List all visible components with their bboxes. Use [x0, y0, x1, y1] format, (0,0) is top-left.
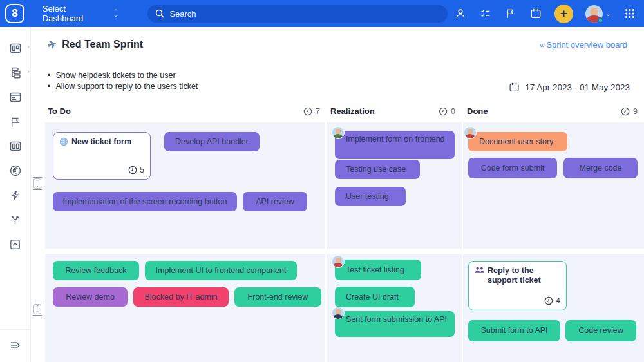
card[interactable]: Document user story — [468, 132, 567, 151]
card[interactable]: Create UI draft — [335, 287, 415, 307]
chevron-down-icon: ⌄ — [605, 10, 611, 18]
user-menu[interactable]: ⌄ — [585, 5, 611, 23]
page-header: ✈ Red Team Sprint « Sprint overview boar… — [31, 27, 644, 62]
tasks-checklist-icon[interactable] — [479, 7, 492, 20]
card[interactable]: Front-end review — [234, 287, 321, 307]
card[interactable]: Testing use case — [335, 160, 420, 179]
card[interactable]: Sent form submission to API — [335, 311, 455, 337]
column-headers: To Do 7 Realization 0 Done 9 — [31, 100, 644, 122]
column-hours-badge: 0 — [439, 107, 455, 116]
flag-icon[interactable] — [504, 7, 517, 20]
top-bar: 8 Select Dashboard ⌃⌄ + ⌄ — [0, 0, 644, 27]
card[interactable]: Merge code — [564, 158, 638, 178]
left-sidebar: › › — [0, 27, 31, 362]
sprint-overview-link[interactable]: « Sprint overview board — [539, 40, 627, 50]
sprint-plane-icon: ✈ — [46, 37, 59, 52]
expand-chevron-icon: › — [28, 44, 30, 50]
sidebar-item-browser-window[interactable] — [3, 85, 28, 110]
assignee-avatar — [332, 307, 345, 319]
lane1-collapse-toggle[interactable]: ⌃⌄ — [32, 177, 43, 191]
card[interactable]: Submit form to API — [468, 320, 560, 341]
column-header-realization: Realization 0 — [325, 100, 462, 122]
sidebar-collapse[interactable] — [0, 329, 30, 362]
card-hours-badge: 5 — [128, 166, 144, 175]
card[interactable]: Test ticket listing — [335, 260, 421, 280]
card[interactable]: Implement form on frontend — [335, 131, 455, 159]
search-icon — [155, 9, 164, 18]
card[interactable]: Implement UI to frontend component — [145, 261, 297, 280]
column-header-done: Done 9 — [462, 100, 644, 122]
sprint-meta: Show helpdesk tickets to the user Allow … — [31, 62, 644, 100]
sprint-date-range: 17 Apr 2023 - 01 May 2023 — [509, 74, 630, 100]
card[interactable]: User testing — [335, 187, 406, 206]
search-bar[interactable] — [147, 5, 447, 23]
dashboard-selector[interactable]: Select Dashboard ⌃⌄ — [43, 4, 118, 23]
apps-grid-icon[interactable] — [623, 7, 636, 20]
lane2-collapse-toggle[interactable]: ⌃⌄ — [32, 303, 43, 317]
card[interactable]: Review feedback — [53, 261, 139, 280]
card[interactable]: Code review — [565, 320, 636, 341]
main-content: ✈ Red Team Sprint « Sprint overview boar… — [31, 27, 644, 362]
column-hours-badge: 9 — [621, 107, 638, 116]
sidebar-item-flag[interactable] — [3, 110, 28, 134]
people-icon — [475, 266, 484, 285]
sidebar-item-structure[interactable]: › — [3, 61, 28, 85]
task-card-new-ticket-form[interactable]: New ticket form 5 — [53, 132, 151, 180]
sprint-goal-item: Allow support to reply to the users tick… — [48, 81, 198, 92]
column-header-todo: To Do 7 — [31, 100, 325, 122]
online-status-dot — [598, 17, 603, 23]
sidebar-item-automation[interactable] — [3, 183, 28, 207]
assignee-avatar — [332, 255, 345, 268]
app-logo[interactable]: 8 — [5, 4, 24, 23]
globe-icon — [59, 137, 68, 147]
assignee-avatar — [332, 126, 345, 139]
kanban-board: ⌃⌄ ⌃⌄ New ticket form 5 Develop API hand… — [31, 122, 644, 362]
card[interactable]: Review demo — [53, 287, 128, 307]
calendar-icon[interactable] — [529, 7, 542, 20]
dashboard-selector-label: Select Dashboard — [43, 4, 108, 23]
sidebar-item-finance[interactable] — [3, 158, 28, 183]
sidebar-item-kanban[interactable] — [3, 134, 28, 158]
calendar-icon — [509, 82, 520, 93]
card-hours-badge: 4 — [544, 296, 560, 305]
sidebar-item-workflows[interactable] — [3, 207, 28, 232]
card[interactable]: Code form submit — [468, 158, 557, 178]
column-hours-badge: 7 — [303, 107, 320, 116]
task-card-reply-support[interactable]: Reply to the support ticket 4 — [468, 261, 567, 310]
card[interactable]: Develop API handler — [164, 132, 260, 151]
expand-chevron-icon: › — [28, 68, 30, 75]
assignee-avatar — [464, 126, 477, 139]
search-input[interactable] — [169, 9, 439, 19]
card[interactable]: Implementation of the screen recording b… — [53, 192, 237, 211]
page-title: ✈ Red Team Sprint — [48, 38, 143, 52]
sidebar-item-archive[interactable] — [3, 232, 28, 256]
create-new-button[interactable]: + — [554, 5, 573, 23]
chevron-updown-icon: ⌃⌄ — [113, 10, 118, 17]
sprint-goals: Show helpdesk tickets to the user Allow … — [48, 70, 198, 100]
sidebar-item-boards[interactable]: › — [3, 36, 28, 61]
card[interactable]: Blocked by IT admin — [133, 287, 229, 307]
sprint-goal-item: Show helpdesk tickets to the user — [48, 70, 198, 81]
card[interactable]: API review — [243, 192, 307, 211]
profile-icon[interactable] — [454, 7, 467, 20]
